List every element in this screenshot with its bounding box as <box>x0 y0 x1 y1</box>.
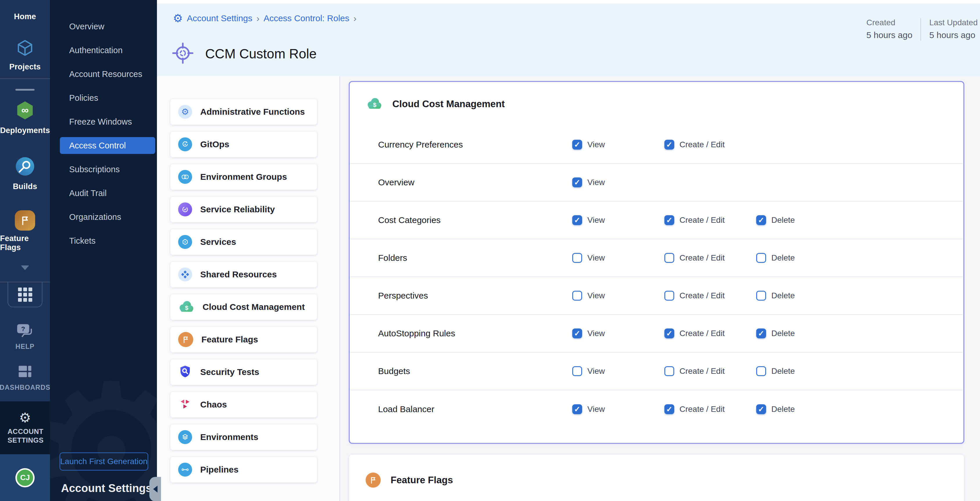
permission-cell-view: View <box>572 328 664 338</box>
module-browser-button[interactable] <box>8 282 43 307</box>
module-card[interactable]: Feature Flags <box>170 327 317 353</box>
panel-header: $ Cloud Cost Management <box>350 82 963 126</box>
view-checkbox[interactable] <box>572 140 582 149</box>
rail-primary-group: Home Projects <box>0 0 50 78</box>
module-card-label: Shared Resources <box>200 270 277 279</box>
module-card-label: Environment Groups <box>200 172 287 182</box>
rail-item-icon <box>14 155 36 179</box>
account-settings-gear-icon: ⚙ <box>173 13 183 24</box>
module-card[interactable]: ⚙ Administrative Functions <box>170 99 317 125</box>
subnav-item[interactable]: Freeze Windows <box>50 110 157 133</box>
account-settings-nav: ⚙ Overview Authentication Account Resour… <box>50 0 157 501</box>
view-checkbox[interactable] <box>572 253 582 263</box>
module-card[interactable]: $ Cloud Cost Management <box>170 294 317 320</box>
view-checkbox-label: View <box>587 140 605 149</box>
delete-checkbox[interactable] <box>756 253 766 263</box>
module-card[interactable]: Environment Groups <box>170 164 317 190</box>
create-edit-checkbox[interactable] <box>664 291 674 301</box>
rail-item[interactable]: ? HELP <box>0 323 50 350</box>
subnav-item[interactable]: Access Control <box>60 137 155 154</box>
delete-checkbox[interactable] <box>756 291 766 301</box>
create-edit-checkbox[interactable] <box>664 328 674 338</box>
rail-item[interactable]: DASHBOARDS <box>0 364 50 392</box>
module-icon: $ <box>178 300 194 314</box>
create-edit-checkbox[interactable] <box>664 366 674 376</box>
module-icon <box>178 430 192 444</box>
create-edit-checkbox[interactable] <box>664 253 674 263</box>
rail-item[interactable]: Home <box>0 9 50 21</box>
create-edit-checkbox[interactable] <box>664 140 674 149</box>
subnav-item[interactable]: Organizations <box>50 205 157 229</box>
permission-cell-view: View <box>572 291 664 301</box>
rail-item[interactable]: ∞ Deployments <box>0 99 50 135</box>
view-checkbox-label: View <box>587 366 605 376</box>
delete-checkbox[interactable] <box>756 366 766 376</box>
module-icon <box>178 203 192 216</box>
module-card[interactable]: Shared Resources <box>170 262 317 287</box>
subnav-list: Overview Authentication Account Resource… <box>50 0 157 253</box>
view-checkbox[interactable] <box>572 291 582 301</box>
subnav-item[interactable]: Tickets <box>50 229 157 253</box>
module-card[interactable]: GitOps <box>170 131 317 157</box>
delete-checkbox-label: Delete <box>771 366 795 376</box>
subnav-item-label: Organizations <box>69 212 121 222</box>
permission-cell-view: View <box>572 215 664 225</box>
permission-row-label: Perspectives <box>378 291 572 301</box>
rail-item-icon: ∞ <box>14 99 36 122</box>
view-checkbox[interactable] <box>572 404 582 414</box>
create-edit-checkbox[interactable] <box>664 404 674 414</box>
module-list-panel: ⚙ Administrative Functions GitOps Enviro… <box>157 76 340 501</box>
view-checkbox[interactable] <box>572 215 582 225</box>
create-edit-checkbox-label: Create / Edit <box>679 216 725 225</box>
module-card[interactable]: Security Tests <box>170 359 317 385</box>
create-edit-checkbox[interactable] <box>664 215 674 225</box>
last-updated-label: Last Updated <box>929 18 978 27</box>
module-card[interactable]: Chaos <box>170 392 317 418</box>
meta-block: Created 5 hours ago Last Updated 5 hours… <box>866 18 978 41</box>
subnav-item[interactable]: Audit Trail <box>50 181 157 205</box>
permission-cell-create-edit: Create / Edit <box>664 215 756 225</box>
module-card[interactable]: Environments <box>170 424 317 450</box>
breadcrumb-link-access-control-roles[interactable]: Access Control: Roles <box>264 13 349 23</box>
subnav-item[interactable]: Policies <box>50 86 157 110</box>
rail-item-icon: ? <box>17 323 33 339</box>
nav-collapse-button[interactable] <box>150 477 161 501</box>
subnav-item-label: Tickets <box>69 236 95 246</box>
rail-modules-group: ∞ Deployments Builds Feature Flags <box>0 90 50 252</box>
last-updated-block: Last Updated 5 hours ago <box>929 18 978 40</box>
avatar[interactable]: CJ <box>15 468 35 487</box>
create-edit-checkbox-label: Create / Edit <box>679 140 725 149</box>
view-checkbox[interactable] <box>572 178 582 187</box>
delete-checkbox-label: Delete <box>771 253 795 263</box>
rail-item[interactable]: Projects <box>0 38 50 71</box>
panel-title: Feature Flags <box>391 474 453 486</box>
rail-item[interactable]: Builds <box>0 155 50 191</box>
subnav-item[interactable]: Account Resources <box>50 62 157 86</box>
view-checkbox[interactable] <box>572 328 582 338</box>
subnav-item-label: Policies <box>69 93 98 103</box>
module-card[interactable]: Service Reliability <box>170 197 317 222</box>
delete-checkbox[interactable] <box>756 328 766 338</box>
view-checkbox[interactable] <box>572 366 582 376</box>
module-card-label: Service Reliability <box>200 205 275 214</box>
module-card[interactable]: Services <box>170 229 317 255</box>
rail-utility-group: ? HELP DASHBOARDS <box>0 307 50 392</box>
rail-item[interactable]: Feature Flags <box>0 210 50 252</box>
module-card-label: Chaos <box>200 400 227 409</box>
subnav-item[interactable]: Subscriptions <box>50 157 157 181</box>
create-edit-checkbox-label: Create / Edit <box>679 366 725 376</box>
main-content: $ Cloud Cost Management Currency Prefere… <box>340 76 980 501</box>
subnav-item[interactable]: Authentication <box>50 38 157 62</box>
chevron-down-icon[interactable] <box>21 265 29 270</box>
svg-text:?: ? <box>21 325 25 333</box>
delete-checkbox[interactable] <box>756 215 766 225</box>
gear-watermark-icon: ⚙ <box>50 359 157 501</box>
module-card-label: GitOps <box>200 140 229 149</box>
module-icon <box>178 397 192 412</box>
delete-checkbox[interactable] <box>756 404 766 414</box>
rail-item-account-settings[interactable]: ⚙ ACCOUNT SETTINGS <box>0 401 50 454</box>
module-card[interactable]: Pipelines <box>170 457 317 483</box>
launch-first-generation-button[interactable]: Launch First Generation <box>60 452 148 471</box>
subnav-item[interactable]: Overview <box>50 14 157 38</box>
breadcrumb-link-account-settings[interactable]: Account Settings <box>187 13 252 23</box>
